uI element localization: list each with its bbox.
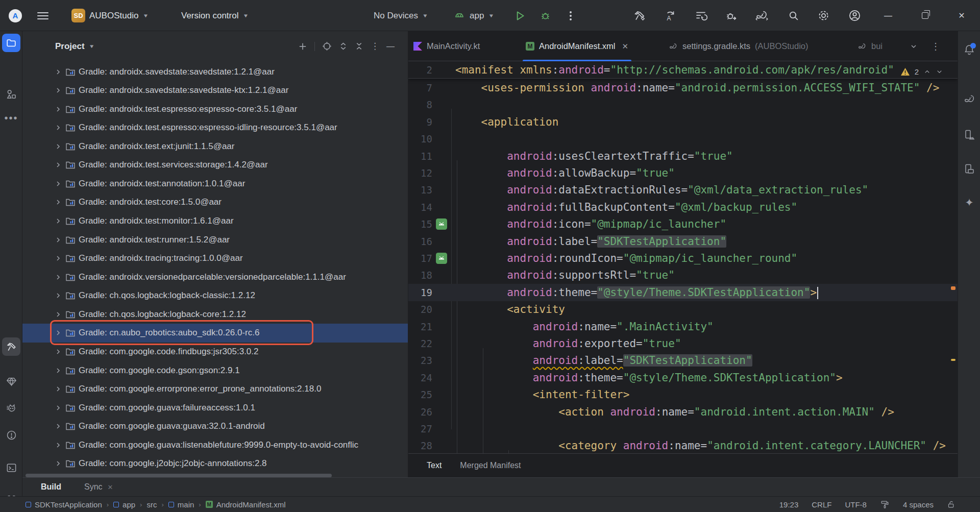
tree-item-selected[interactable]: Gradle: cn.aubo_robotics:aubo_sdk:0.26.0… <box>22 324 408 343</box>
options-kebab-icon[interactable]: ⋮ <box>371 41 379 52</box>
prev-problem-icon[interactable] <box>923 68 931 76</box>
code-line[interactable]: 26 <action android:name="android.intent.… <box>408 403 958 421</box>
code-line[interactable]: 9 <application <box>408 113 958 131</box>
close-icon[interactable]: ✕ <box>622 42 628 51</box>
project-widget[interactable]: SD AUBOStudio ▼ <box>71 0 149 31</box>
chevron-right-icon[interactable] <box>54 404 65 412</box>
tree-item[interactable]: Gradle: androidx.savedstate:savedstate:1… <box>22 62 408 81</box>
breadcrumb-item[interactable]: MAndroidManifest.xml <box>206 500 286 509</box>
chevron-right-icon[interactable] <box>54 180 65 188</box>
chevron-right-icon[interactable] <box>54 310 65 319</box>
tree-item[interactable]: Gradle: com.google.code.findbugs:jsr305:… <box>22 343 408 361</box>
tree-item[interactable]: Gradle: androidx.savedstate:savedstate-k… <box>22 81 408 100</box>
code-line[interactable]: 22 android:exported="true" <box>408 335 958 352</box>
close-icon[interactable]: ✕ <box>108 483 113 491</box>
minimize-button[interactable]: — <box>874 0 902 31</box>
tree-item[interactable]: Gradle: androidx.test.services:storage:1… <box>22 156 408 175</box>
chevron-right-icon[interactable] <box>54 217 65 225</box>
code-line[interactable]: 15 android:icon="@mipmap/ic_launcher" <box>408 215 958 233</box>
tree-item[interactable]: Gradle: androidx.tracing:tracing:1.0.0@a… <box>22 249 408 268</box>
chevron-right-icon[interactable] <box>54 441 65 449</box>
manifest-view-tab-merged-manifest[interactable]: Merged Manifest <box>460 461 521 470</box>
paint-roller-icon[interactable] <box>880 500 890 509</box>
app-quality-insights-tool-button[interactable] <box>2 372 20 391</box>
code-line[interactable]: 17 android:roundIcon="@mipmap/ic_launche… <box>408 250 958 267</box>
code-line[interactable]: 21 android:name=".MainActivity" <box>408 318 958 335</box>
code-line[interactable]: 16 android:label="SDKTestApplication" <box>408 233 958 250</box>
chevron-right-icon[interactable] <box>54 68 65 76</box>
chevron-right-icon[interactable] <box>54 254 65 262</box>
tab-options-kebab-icon[interactable]: ⋮ <box>931 31 940 61</box>
encoding[interactable]: UTF-8 <box>845 500 867 509</box>
code-line[interactable]: 18 android:supportsRtl="true" <box>408 266 958 284</box>
chevron-right-icon[interactable] <box>54 105 65 113</box>
maximize-button[interactable] <box>911 0 939 31</box>
tree-item[interactable]: Gradle: com.google.j2objc:j2objc-annotat… <box>22 454 408 473</box>
collapse-all-icon[interactable] <box>355 42 363 51</box>
notifications-tool-button[interactable] <box>960 40 978 59</box>
close-button[interactable]: ✕ <box>947 0 976 31</box>
tree-item[interactable]: Gradle: ch.qos.logback:logback-core:1.2.… <box>22 305 408 324</box>
vcs-widget[interactable]: Version control▼ <box>181 0 249 31</box>
account-icon[interactable] <box>848 0 862 31</box>
chevron-right-icon[interactable] <box>54 124 65 132</box>
tree-item[interactable]: Gradle: androidx.test:runner:1.5.2@aar <box>22 230 408 249</box>
running-devices-tool-button[interactable] <box>960 160 978 178</box>
chevron-right-icon[interactable] <box>54 198 65 206</box>
restore-list-button[interactable] <box>694 0 707 31</box>
code-editor[interactable]: 2<manifest xmlns:android="http://schemas… <box>408 61 958 453</box>
editor-tab-androidmanifest-xml[interactable]: MAndroidManifest.xml✕ <box>526 31 628 61</box>
code-line[interactable]: 8 <box>408 96 958 113</box>
breadcrumb-item[interactable]: src <box>146 500 157 509</box>
code-line[interactable]: 12 android:allowBackup="true" <box>408 164 958 182</box>
tab-sync[interactable]: Sync ✕ <box>84 482 113 492</box>
tree-item[interactable]: Gradle: com.google.guava:failureaccess:1… <box>22 398 408 417</box>
chevron-right-icon[interactable] <box>54 86 65 94</box>
breadcrumb-item[interactable]: app <box>113 500 135 509</box>
unlock-icon[interactable] <box>947 500 955 509</box>
more-run-options-button[interactable] <box>570 0 572 31</box>
tree-item[interactable]: Gradle: com.google.guava:listenablefutur… <box>22 435 408 454</box>
expand-all-icon[interactable] <box>339 42 348 51</box>
tree-item[interactable]: Gradle: androidx.test:monitor:1.6.1@aar <box>22 212 408 231</box>
more-tool-windows-button[interactable]: ••• <box>2 109 20 127</box>
tree-item[interactable]: Gradle: androidx.test.espresso:espresso-… <box>22 100 408 118</box>
sync-language-button[interactable]: A <box>663 0 676 31</box>
terminal-tool-button[interactable] <box>2 458 20 477</box>
tree-item[interactable]: Gradle: androidx.test:annotation:1.0.1@a… <box>22 174 408 193</box>
gradle-tool-button[interactable] <box>960 90 978 108</box>
main-menu-button[interactable] <box>37 0 48 31</box>
debug-button[interactable] <box>539 0 552 31</box>
code-line[interactable]: 27 <box>408 420 958 437</box>
tree-item[interactable]: Gradle: androidx.versionedparcelable:ver… <box>22 267 408 286</box>
build-tool-button[interactable] <box>2 337 20 356</box>
code-line[interactable]: 14 android:fullBackupContent="@xml/backu… <box>408 199 958 216</box>
build-project-button[interactable] <box>633 0 646 31</box>
tree-item[interactable]: Gradle: com.google.guava:guava:32.0.1-an… <box>22 417 408 436</box>
indent-setting[interactable]: 4 spaces <box>903 500 934 509</box>
code-line[interactable]: 11 android:usesCleartextTraffic="true" <box>408 148 958 165</box>
manifest-view-tab-text[interactable]: Text <box>427 461 442 470</box>
tree-item[interactable]: Gradle: ch.qos.logback:logback-classic:1… <box>22 286 408 305</box>
code-line[interactable]: 10 <box>408 130 958 148</box>
code-line[interactable]: 13 android:dataExtractionRules="@xml/dat… <box>408 181 958 199</box>
resource-manager-tool-button[interactable] <box>2 85 20 103</box>
project-tool-button[interactable] <box>2 34 20 52</box>
sticky-code-line[interactable]: 2<manifest xmlns:android="http://schemas… <box>408 61 958 79</box>
breadcrumb-item[interactable]: SDKTestApplication <box>26 500 102 509</box>
chevron-right-icon[interactable] <box>54 291 65 300</box>
inspection-widget[interactable]: 2 <box>900 65 943 78</box>
next-problem-icon[interactable] <box>936 68 943 76</box>
tree-horizontal-scrollbar[interactable] <box>26 474 332 477</box>
tree-item[interactable]: Gradle: androidx.test.espresso:espresso-… <box>22 118 408 137</box>
code-line[interactable]: 20 <activity <box>408 301 958 318</box>
problems-tool-button[interactable] <box>2 426 20 444</box>
run-button[interactable] <box>513 0 526 31</box>
code-line[interactable]: 7 <uses-permission android:name="android… <box>408 79 958 96</box>
locate-file-icon[interactable] <box>322 41 332 51</box>
logcat-tool-button[interactable] <box>2 399 20 417</box>
search-everywhere-icon[interactable] <box>787 0 800 31</box>
code-line[interactable]: 28 <category android:name="android.inten… <box>408 437 958 453</box>
device-manager-tool-button[interactable] <box>960 126 978 144</box>
run-configuration-selector[interactable]: app▼ <box>453 0 494 31</box>
